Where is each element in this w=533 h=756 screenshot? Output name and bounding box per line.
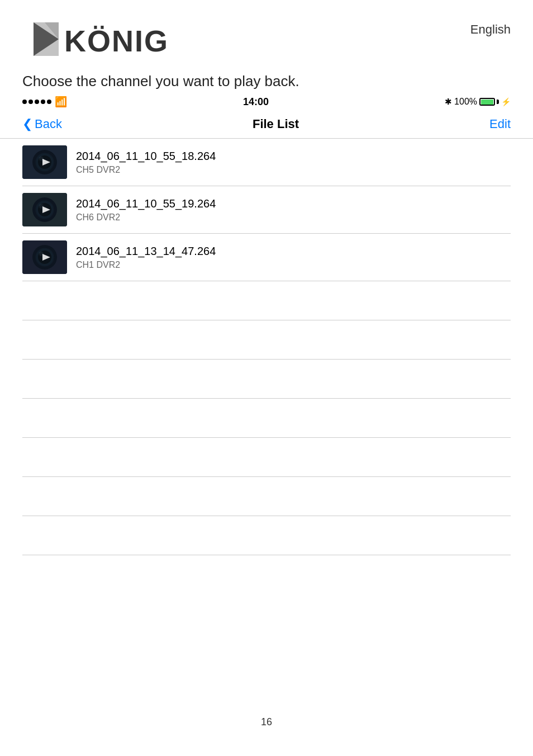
battery-fill [481, 100, 493, 105]
nav-title: File List [253, 117, 299, 131]
page-number: 16 [0, 705, 533, 739]
file-thumbnail [22, 240, 67, 274]
back-button[interactable]: ❮ Back [22, 117, 62, 131]
language-label: English [470, 22, 511, 37]
file-info: 2014_06_11_13_14_47.264 CH1 DVR2 [76, 245, 216, 270]
wifi-icon: 📶 [55, 96, 67, 108]
empty-row [22, 281, 511, 320]
file-name: 2014_06_11_10_55_18.264 [76, 150, 216, 163]
status-left: 📶 [22, 96, 67, 108]
logo: KÖNIG [22, 17, 168, 62]
file-item[interactable]: 2014_06_11_13_14_47.264 CH1 DVR2 [22, 234, 511, 281]
file-thumbnail [22, 193, 67, 226]
empty-row [22, 438, 511, 477]
charging-icon: ⚡ [501, 97, 511, 106]
nav-bar: ❮ Back File List Edit [0, 110, 533, 139]
file-info: 2014_06_11_10_55_19.264 CH6 DVR2 [76, 197, 216, 223]
file-list: 2014_06_11_10_55_18.264 CH5 DVR2 [0, 139, 533, 555]
signal-dot-2 [28, 100, 33, 104]
battery-body [479, 98, 495, 106]
file-info: 2014_06_11_10_55_18.264 CH5 DVR2 [76, 150, 216, 175]
file-thumbnail [22, 145, 67, 179]
file-item[interactable]: 2014_06_11_10_55_18.264 CH5 DVR2 [22, 139, 511, 186]
svg-text:KÖNIG: KÖNIG [64, 24, 168, 58]
signal-dot-1 [22, 100, 27, 104]
edit-button[interactable]: Edit [489, 117, 511, 131]
empty-row [22, 360, 511, 399]
signal-dot-5 [47, 100, 51, 104]
status-right: ✱ 100% ⚡ [445, 97, 511, 107]
file-channel: CH1 DVR2 [76, 260, 216, 270]
empty-row [22, 399, 511, 438]
signal-dot-3 [35, 100, 39, 104]
empty-row [22, 516, 511, 555]
signal-strength [22, 100, 51, 104]
instruction-text: Choose the channel you want to play back… [0, 67, 533, 93]
file-channel: CH5 DVR2 [76, 165, 216, 175]
empty-row [22, 320, 511, 360]
file-channel: CH6 DVR2 [76, 212, 216, 223]
bluetooth-icon: ✱ [445, 97, 452, 107]
signal-dot-4 [41, 100, 45, 104]
back-chevron-icon: ❮ [22, 117, 32, 131]
empty-row [22, 477, 511, 516]
file-item[interactable]: 2014_06_11_10_55_19.264 CH6 DVR2 [22, 186, 511, 234]
file-name: 2014_06_11_10_55_19.264 [76, 197, 216, 210]
back-label: Back [35, 117, 62, 131]
konig-logo: KÖNIG [22, 17, 168, 62]
header: KÖNIG English [0, 0, 533, 67]
battery-indicator [479, 98, 499, 106]
battery-percent: 100% [454, 97, 477, 107]
battery-tip [497, 100, 499, 104]
status-time: 14:00 [243, 96, 269, 108]
file-name: 2014_06_11_13_14_47.264 [76, 245, 216, 258]
status-bar: 📶 14:00 ✱ 100% ⚡ [0, 93, 533, 110]
